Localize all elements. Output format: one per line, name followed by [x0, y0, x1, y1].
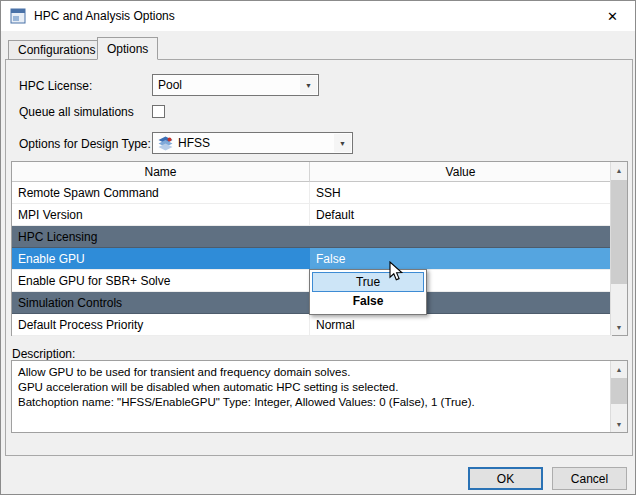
description-line: GPU acceleration will be disabled when a… — [18, 380, 604, 395]
description-box[interactable]: Allow GPU to be used for transient and f… — [11, 360, 628, 433]
description-scrollbar[interactable]: ▲ ▼ — [610, 361, 627, 432]
row-name: Enable GPU — [12, 248, 310, 270]
row-name: Remote Spawn Command — [12, 182, 310, 204]
hpc-analysis-options-dialog: HPC and Analysis Options ✕ Configuration… — [0, 0, 636, 495]
table-row-mpi-version[interactable]: MPI Version Default — [12, 204, 612, 226]
scroll-up-icon[interactable]: ▲ — [611, 162, 627, 178]
window-title: HPC and Analysis Options — [34, 9, 175, 23]
table-row-hpc-licensing-section[interactable]: HPC Licensing — [12, 226, 612, 248]
popup-option-false[interactable]: False — [312, 292, 424, 312]
app-icon — [10, 8, 26, 24]
row-value[interactable]: Normal — [310, 314, 612, 336]
scroll-down-icon[interactable]: ▼ — [611, 319, 627, 335]
hpc-license-select[interactable]: Pool ▼ — [152, 74, 319, 96]
design-type-select[interactable]: HFSS ▼ — [152, 132, 353, 154]
value-dropdown-popup: True False — [309, 269, 427, 315]
scrollbar-thumb[interactable] — [611, 378, 627, 404]
popup-option-true[interactable]: True — [312, 272, 424, 292]
queue-all-label: Queue all simulations — [19, 104, 134, 120]
scroll-up-icon[interactable]: ▲ — [611, 361, 627, 377]
close-button[interactable]: ✕ — [590, 1, 635, 31]
row-name: Enable GPU for SBR+ Solve — [12, 270, 310, 292]
tab-options[interactable]: Options — [97, 37, 158, 60]
column-header-name[interactable]: Name — [12, 162, 310, 182]
row-value[interactable]: False — [310, 248, 612, 270]
hpc-license-value: Pool — [158, 78, 182, 92]
cancel-button[interactable]: Cancel — [552, 467, 627, 490]
description-line: Batchoption name: "HFSS/EnableGPU" Type:… — [18, 395, 604, 410]
row-value[interactable]: Default — [310, 204, 612, 226]
tab-configurations[interactable]: Configurations — [8, 40, 105, 60]
hfss-icon — [158, 136, 173, 151]
chevron-down-icon[interactable]: ▼ — [300, 76, 317, 94]
table-row-default-process-priority[interactable]: Default Process Priority Normal — [12, 314, 612, 336]
ok-button[interactable]: OK — [468, 467, 543, 490]
chevron-down-icon[interactable]: ▼ — [334, 134, 351, 152]
row-value[interactable]: SSH — [310, 182, 612, 204]
table-row-remote-spawn-command[interactable]: Remote Spawn Command SSH — [12, 182, 612, 204]
row-name: Default Process Priority — [12, 314, 310, 336]
column-header-value[interactable]: Value — [310, 162, 612, 182]
design-type-label: Options for Design Type: — [19, 136, 151, 152]
description-text: Allow GPU to be used for transient and f… — [12, 361, 610, 432]
row-name: MPI Version — [12, 204, 310, 226]
queue-all-checkbox[interactable] — [152, 105, 165, 118]
design-type-value: HFSS — [178, 136, 210, 150]
title-bar[interactable]: HPC and Analysis Options ✕ — [1, 1, 635, 31]
description-line: Allow GPU to be used for transient and f… — [18, 365, 604, 380]
hpc-license-label: HPC License: — [19, 78, 92, 94]
table-scrollbar[interactable]: ▲ ▼ — [610, 162, 627, 335]
table-row-enable-gpu[interactable]: Enable GPU False — [12, 248, 612, 270]
scroll-down-icon[interactable]: ▼ — [611, 416, 627, 432]
section-row-label: HPC Licensing — [12, 226, 612, 248]
table-header-row: Name Value — [12, 162, 612, 182]
scrollbar-thumb[interactable] — [611, 180, 627, 284]
